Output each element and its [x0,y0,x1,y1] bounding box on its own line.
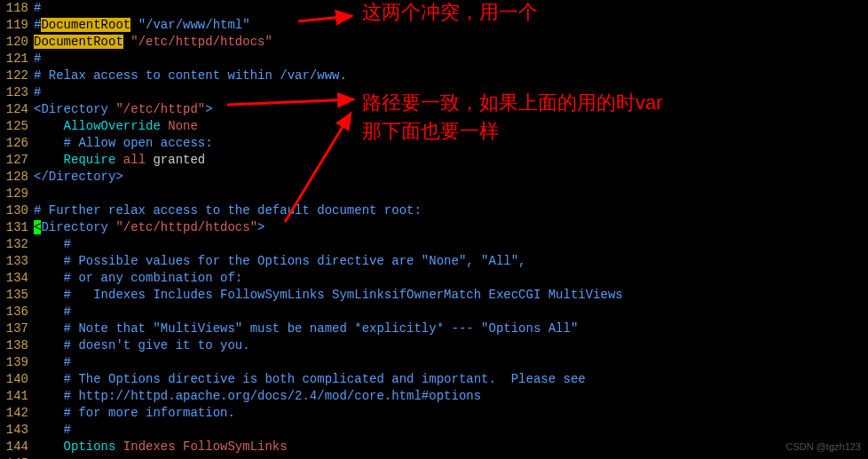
code-line[interactable]: 138 # doesn't give it to you. [0,337,868,354]
code-line[interactable]: 127 Require all granted [0,152,868,169]
code-line[interactable]: 124<Directory "/etc/httpd"> [0,101,868,118]
line-number: 132 [0,236,34,253]
line-number: 126 [0,135,34,152]
code-line[interactable]: 135 # Indexes Includes FollowSymLinks Sy… [0,287,868,304]
code-content[interactable]: # http://httpd.apache.org/docs/2.4/mod/c… [34,388,868,405]
code-content[interactable]: # Allow open access: [34,135,868,152]
code-content[interactable] [34,186,868,202]
code-content[interactable]: # doesn't give it to you. [34,337,868,354]
line-number: 123 [0,84,34,101]
line-number: 127 [0,152,34,169]
code-content[interactable]: # [34,84,868,101]
line-number: 133 [0,253,34,270]
code-content[interactable]: Require all granted [34,152,868,169]
code-content[interactable]: <Directory "/etc/httpd/htdocs"> [34,219,868,236]
code-line[interactable]: 137 # Note that "MultiViews" must be nam… [0,321,868,337]
code-line[interactable]: 132 # [0,236,868,253]
code-content[interactable] [34,455,868,459]
line-number: 128 [0,169,34,186]
code-line[interactable]: 136 # [0,304,868,321]
code-line[interactable]: 118# [0,0,868,17]
code-content[interactable]: # Note that "MultiViews" must be named *… [34,321,868,337]
line-number: 131 [0,219,34,236]
line-number: 145 [0,455,34,459]
code-line[interactable]: 139 # [0,354,868,371]
code-line[interactable]: 119#DocumentRoot "/var/www/html" [0,17,868,34]
code-line[interactable]: 122# Relax access to content within /var… [0,67,868,84]
line-number: 130 [0,202,34,219]
code-content[interactable]: # Further relax access to the default do… [34,202,868,219]
line-number: 136 [0,304,34,321]
code-content[interactable]: # [34,304,868,321]
code-content[interactable]: # Indexes Includes FollowSymLinks SymLin… [34,287,868,304]
code-content[interactable]: AllowOverride None [34,118,868,135]
line-number: 134 [0,270,34,287]
line-number: 138 [0,337,34,354]
code-content[interactable]: DocumentRoot "/etc/httpd/htdocs" [34,34,868,51]
line-number: 139 [0,354,34,371]
code-line[interactable]: 145 [0,455,868,459]
code-content[interactable]: # [34,422,868,439]
code-editor[interactable]: 118#119#DocumentRoot "/var/www/html"120D… [0,0,868,459]
code-content[interactable]: #DocumentRoot "/var/www/html" [34,17,868,34]
line-number: 137 [0,321,34,337]
code-line[interactable]: 144 Options Indexes FollowSymLinks [0,439,868,455]
line-number: 141 [0,388,34,405]
code-content[interactable]: # [34,354,868,371]
line-number: 135 [0,287,34,304]
line-number: 119 [0,17,34,34]
code-content[interactable]: # [34,236,868,253]
code-line[interactable]: 129 [0,186,868,202]
line-number: 129 [0,186,34,202]
code-content[interactable]: # [34,0,868,17]
line-number: 140 [0,371,34,388]
watermark: CSDN @tgzh123 [785,439,861,455]
code-line[interactable]: 123# [0,84,868,101]
code-line[interactable]: 125 AllowOverride None [0,118,868,135]
code-line[interactable]: 142 # for more information. [0,405,868,422]
line-number: 124 [0,101,34,118]
line-number: 143 [0,422,34,439]
code-content[interactable]: # for more information. [34,405,868,422]
line-number: 118 [0,0,34,17]
code-content[interactable]: # Possible values for the Options direct… [34,253,868,270]
line-number: 121 [0,51,34,67]
code-line[interactable]: 140 # The Options directive is both comp… [0,371,868,388]
code-content[interactable]: # Relax access to content within /var/ww… [34,67,868,84]
code-line[interactable]: 128</Directory> [0,169,868,186]
code-line[interactable]: 130# Further relax access to the default… [0,202,868,219]
code-content[interactable]: # The Options directive is both complica… [34,371,868,388]
code-content[interactable]: </Directory> [34,169,868,186]
line-number: 125 [0,118,34,135]
code-line[interactable]: 133 # Possible values for the Options di… [0,253,868,270]
code-line[interactable]: 126 # Allow open access: [0,135,868,152]
line-number: 144 [0,439,34,455]
line-number: 142 [0,405,34,422]
code-content[interactable]: # or any combination of: [34,270,868,287]
code-line[interactable]: 141 # http://httpd.apache.org/docs/2.4/m… [0,388,868,405]
code-line[interactable]: 120DocumentRoot "/etc/httpd/htdocs" [0,34,868,51]
code-line[interactable]: 131<Directory "/etc/httpd/htdocs"> [0,219,868,236]
code-line[interactable]: 121# [0,51,868,67]
code-line[interactable]: 134 # or any combination of: [0,270,868,287]
code-line[interactable]: 143 # [0,422,868,439]
code-content[interactable]: # [34,51,868,67]
line-number: 120 [0,34,34,51]
code-content[interactable]: <Directory "/etc/httpd"> [34,101,868,118]
code-content[interactable]: Options Indexes FollowSymLinks [34,439,868,455]
line-number: 122 [0,67,34,84]
